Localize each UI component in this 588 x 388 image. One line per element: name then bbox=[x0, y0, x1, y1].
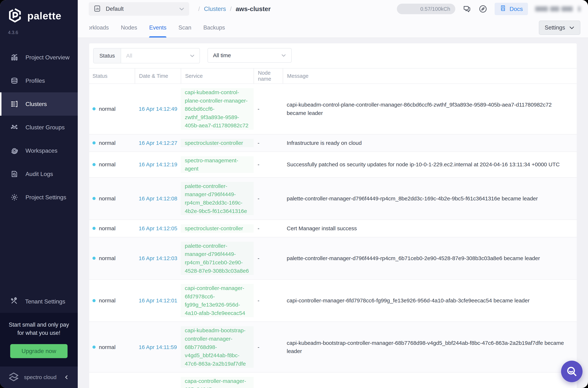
chevron-down-icon bbox=[569, 26, 575, 29]
date-link[interactable]: 16 Apr 14:12:05 bbox=[135, 224, 181, 233]
header-message: Message bbox=[283, 69, 577, 83]
sidebar-item-audit-logs[interactable]: Audit Logs bbox=[0, 162, 78, 186]
service-link[interactable]: capi-kubeadm-control-plane-controller-ma… bbox=[181, 88, 254, 130]
breadcrumb-separator: / bbox=[198, 5, 200, 12]
chevron-down-icon bbox=[281, 54, 286, 57]
help-search-button[interactable] bbox=[561, 361, 583, 382]
docs-label: Docs bbox=[510, 6, 523, 12]
table-row: normal 16 Apr 14:12:49 capi-kubeadm-cont… bbox=[89, 84, 577, 134]
topbar-right: 0.57/100kCh bbox=[397, 3, 580, 15]
server-list-icon bbox=[10, 100, 19, 108]
brand-name: palette bbox=[27, 10, 62, 22]
project-selector[interactable]: Default bbox=[89, 2, 189, 16]
node-name: - bbox=[254, 254, 283, 263]
status-dot bbox=[92, 227, 96, 230]
service-link[interactable]: capi-kubeadm-bootstrap-controller-manage… bbox=[181, 326, 254, 368]
user-name-redacted[interactable] bbox=[535, 6, 580, 11]
status-text: normal bbox=[99, 343, 116, 351]
sidebar-item-label: Project Overview bbox=[25, 54, 69, 61]
date-link[interactable]: 16 Apr 14:11:59 bbox=[135, 343, 181, 351]
bar-chart-icon bbox=[10, 53, 19, 62]
events-content: Status All All time Status bbox=[78, 38, 588, 388]
tab-events[interactable]: Events bbox=[149, 18, 166, 38]
sidebar-item-project-settings[interactable]: Project Settings bbox=[0, 186, 78, 209]
header-date-time: Date & Time bbox=[135, 69, 181, 83]
status-filter-value: All bbox=[121, 48, 190, 63]
service-link[interactable]: capa-controller-manager-685c84645c-xgss7… bbox=[181, 377, 254, 388]
sidebar: palette 4.3.6 Project Overview bbox=[0, 0, 78, 388]
tab-nodes[interactable]: Nodes bbox=[121, 18, 137, 38]
table-row: normal 16 Apr 14:12:08 palette-controlle… bbox=[89, 178, 577, 220]
date-link[interactable]: 16 Apr 14:12:03 bbox=[135, 254, 181, 263]
date-link[interactable]: 16 Apr 14:12:27 bbox=[135, 139, 181, 147]
app-window: palette 4.3.6 Project Overview bbox=[0, 0, 588, 388]
header-service: Service bbox=[181, 69, 254, 83]
table-row: normal 16 Apr 14:12:27 spectrocluster-co… bbox=[89, 134, 577, 152]
sidebar-item-label: Profiles bbox=[25, 77, 45, 84]
tab-scan[interactable]: Scan bbox=[178, 18, 191, 38]
breadcrumb-link-clusters[interactable]: Clusters bbox=[204, 5, 226, 12]
breadcrumb-separator: / bbox=[230, 5, 231, 12]
docs-button[interactable]: Docs bbox=[495, 3, 528, 15]
cluster-tabs-bar: Workloads Nodes Events Scan Backups Sett… bbox=[78, 18, 588, 38]
sidebar-item-label: Tenant Settings bbox=[25, 298, 65, 305]
status-cell: normal bbox=[89, 224, 135, 233]
service-link[interactable]: spectro-management-agent bbox=[181, 156, 254, 173]
status-filter[interactable]: Status All bbox=[93, 48, 200, 63]
date-link[interactable]: 16 Apr 14:12:19 bbox=[135, 160, 181, 169]
status-cell: normal bbox=[89, 139, 135, 147]
sidebar-menu: Project Overview Profiles bbox=[0, 46, 78, 209]
status-cell: normal bbox=[89, 343, 135, 351]
status-dot bbox=[92, 107, 96, 110]
sidebar-item-workspaces[interactable]: Workspaces bbox=[0, 139, 78, 162]
usage-badge: 0.57/100kCh bbox=[397, 4, 455, 14]
service-link[interactable]: capi-controller-manager-6fd7978cc6-fg99g… bbox=[181, 284, 254, 317]
footer-brand-name: spectro cloud bbox=[24, 374, 56, 380]
service-link[interactable]: palette-controller-manager-d796f4449-rp4… bbox=[181, 242, 254, 275]
node-name: - bbox=[254, 224, 283, 233]
orbit-icon bbox=[10, 146, 19, 155]
collapse-sidebar-icon[interactable] bbox=[64, 374, 70, 380]
events-card: Status All All time Status bbox=[89, 43, 577, 388]
sidebar-item-tenant-settings[interactable]: Tenant Settings bbox=[0, 290, 78, 313]
molecule-icon bbox=[10, 123, 19, 132]
app-version: 4.3.6 bbox=[0, 30, 78, 35]
chevron-down-icon bbox=[190, 48, 200, 63]
status-dot bbox=[92, 345, 96, 349]
date-link[interactable]: 16 Apr 14:12:49 bbox=[135, 105, 181, 113]
compass-icon[interactable] bbox=[479, 4, 487, 13]
sidebar-item-cluster-groups[interactable]: Cluster Groups bbox=[0, 116, 78, 139]
spectro-cloud-logo-icon bbox=[8, 372, 19, 383]
table-row: normal 16 Apr 14:12:19 spectro-managemen… bbox=[89, 152, 577, 178]
status-dot bbox=[92, 141, 96, 145]
service-link[interactable]: spectrocluster-controller bbox=[181, 224, 254, 233]
tab-backups[interactable]: Backups bbox=[203, 18, 225, 38]
layers-icon bbox=[10, 76, 19, 85]
sidebar-item-clusters[interactable]: Clusters bbox=[0, 92, 78, 116]
sidebar-item-project-overview[interactable]: Project Overview bbox=[0, 46, 78, 69]
time-range-filter[interactable]: All time bbox=[207, 48, 292, 63]
service-link[interactable]: palette-controller-manager-d796f4449-rp4… bbox=[181, 182, 254, 215]
event-message: capi-kubeadm-bootstrap-controller-manage… bbox=[283, 339, 577, 355]
service-link[interactable]: spectrocluster-controller bbox=[181, 139, 254, 147]
status-dot bbox=[92, 163, 96, 166]
sidebar-item-profiles[interactable]: Profiles bbox=[0, 69, 78, 92]
project-selector-value: Default bbox=[106, 6, 124, 12]
status-filter-label: Status bbox=[93, 48, 121, 63]
cluster-settings-button[interactable]: Settings bbox=[539, 21, 580, 35]
tab-workloads[interactable]: Workloads bbox=[82, 18, 109, 38]
upgrade-now-button[interactable]: Upgrade now bbox=[10, 344, 67, 358]
date-link[interactable]: 16 Apr 14:12:08 bbox=[135, 194, 181, 203]
status-text: normal bbox=[99, 254, 116, 263]
node-name: - bbox=[254, 160, 283, 169]
status-cell: normal bbox=[89, 194, 135, 203]
date-link[interactable]: 16 Apr 14:12:01 bbox=[135, 296, 181, 305]
node-name: - bbox=[254, 194, 283, 203]
status-text: normal bbox=[99, 160, 116, 169]
chevron-down-icon bbox=[179, 7, 184, 11]
events-table-header: Status Date & Time Service Node name Mes… bbox=[89, 69, 577, 84]
status-text: normal bbox=[99, 296, 116, 305]
settings-button-label: Settings bbox=[545, 24, 565, 31]
feedback-chat-icon[interactable] bbox=[463, 4, 471, 13]
table-row: normal 16 Apr 14:12:01 capi-controller-m… bbox=[89, 280, 577, 322]
